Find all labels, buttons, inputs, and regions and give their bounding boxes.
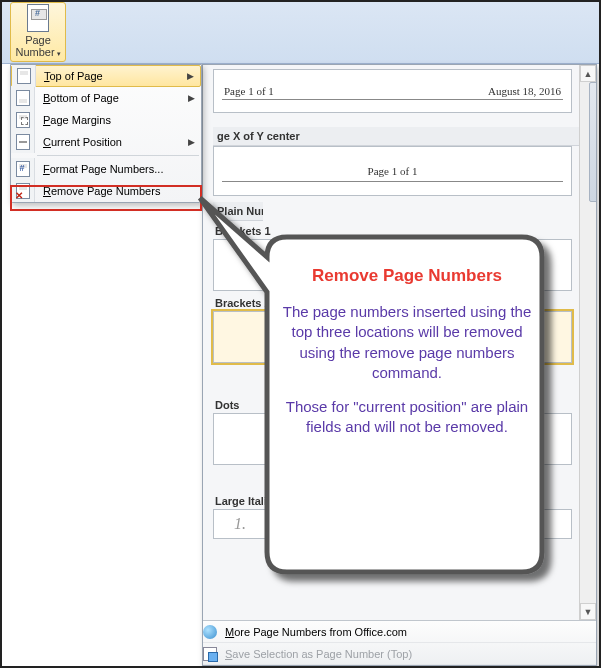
menu-page-margins[interactable]: Page Margins [11,109,201,131]
save-selection-icon [203,647,217,661]
more-page-numbers-label: More Page Numbers from Office.com [217,626,596,638]
gallery-preview-large-italics-1[interactable]: 1. [213,509,572,539]
doc-current-icon [16,134,30,150]
chevron-right-icon: ▶ [188,93,201,103]
doc-top-icon [17,68,31,84]
gallery-scroll-area: Page 1 of 1 August 18, 2016 ge X of Y ce… [203,65,596,620]
preview-left-text: Page 1 of 1 [224,85,274,97]
gallery-item-label: Brackets 1 [213,221,590,239]
more-page-numbers-link[interactable]: More Page Numbers from Office.com [203,621,596,643]
gallery-item-label: Dots [213,395,590,413]
scroll-up-arrow-icon[interactable]: ▲ [580,65,596,82]
menu-item-label: Page Margins [35,114,201,126]
chevron-right-icon: ▶ [187,71,200,81]
menu-item-label: Current Position [35,136,188,148]
gallery-category-header: Plain Number [213,202,263,221]
menu-item-label: Format Page Numbers... [35,163,201,175]
chevron-right-icon: ▶ [188,137,201,147]
gallery-footer: More Page Numbers from Office.com Save S… [203,620,596,665]
gallery-preview[interactable]: Page 1 of 1 [213,146,572,196]
gallery-preview-brackets-2[interactable] [213,311,572,363]
save-selection-link: Save Selection as Page Number (Top) [203,643,596,665]
gallery-scrollbar[interactable]: ▲ ▼ [579,65,596,620]
page-number-button[interactable]: Page Number▾ [10,2,66,62]
menu-top-of-page[interactable]: Top of Page ▶ [11,65,201,87]
ribbon-strip: Page Number▾ [2,2,599,64]
format-page-numbers-icon [16,161,30,177]
doc-margins-icon [16,112,30,128]
gallery-item-label: Brackets 2 [213,293,590,311]
remove-page-numbers-icon [16,183,30,199]
scroll-thumb[interactable] [589,82,596,202]
preview-right-text: August 18, 2016 [488,85,561,97]
menu-separator [37,155,199,156]
doc-bottom-icon [16,90,30,106]
menu-format-page-numbers[interactable]: Format Page Numbers... [11,158,201,180]
gallery-category-header: ge X of Y center [213,127,590,146]
gallery-preview-brackets-1[interactable] [213,239,572,291]
menu-item-label: Bottom of Page [35,92,188,104]
gallery-item-label: Large Italics 1 [213,491,590,509]
scroll-down-arrow-icon[interactable]: ▼ [580,603,596,620]
globe-icon [203,625,217,639]
page-number-menu: Top of Page ▶ Bottom of Page ▶ Page Marg… [10,64,202,203]
page-number-icon [27,4,49,32]
gallery-preview[interactable]: Page 1 of 1 August 18, 2016 [213,69,572,113]
menu-current-position[interactable]: Current Position ▶ [11,131,201,153]
gallery-preview-dots[interactable] [213,413,572,465]
preview-rule [222,99,563,100]
menu-bottom-of-page[interactable]: Bottom of Page ▶ [11,87,201,109]
preview-center-text: 1. [234,515,246,533]
preview-center-text: Page 1 of 1 [368,165,418,177]
menu-remove-page-numbers[interactable]: Remove Page Numbers [11,180,201,202]
menu-item-label: Remove Page Numbers [35,185,201,197]
menu-item-label: Top of Page [36,70,187,82]
page-number-label: Page Number▾ [15,34,60,58]
page-number-gallery: Page 1 of 1 August 18, 2016 ge X of Y ce… [202,64,597,666]
preview-rule [222,181,563,182]
save-selection-label: Save Selection as Page Number (Top) [217,648,596,660]
dropdown-arrow-icon: ▾ [57,50,61,57]
